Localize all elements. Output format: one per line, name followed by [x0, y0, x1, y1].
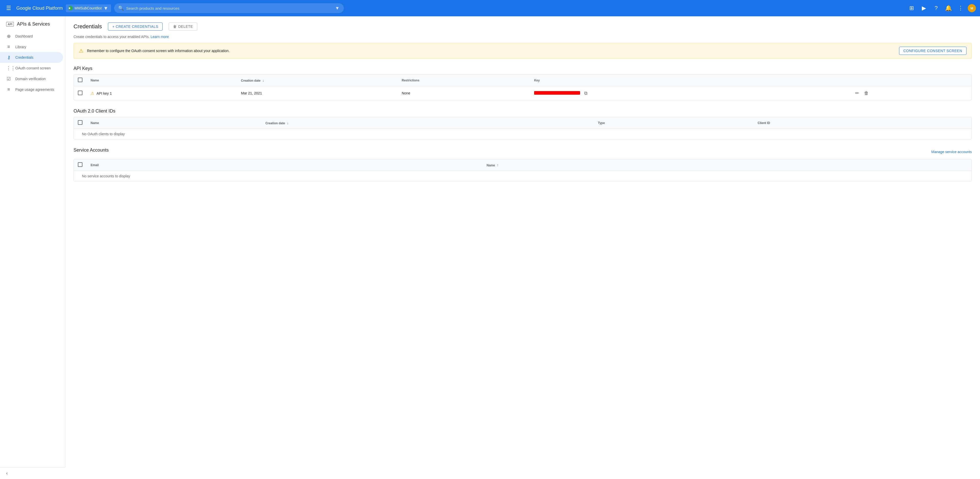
alert-text: Remember to configure the OAuth consent … — [87, 49, 230, 53]
sa-no-data-row: No service accounts to display — [74, 171, 972, 181]
api-keys-col-creation-date: Creation date ↓ — [237, 75, 398, 86]
oauth-header-row: Name Creation date ↓ Type Client ID — [74, 117, 972, 129]
api-keys-col-actions — [850, 75, 972, 86]
sidebar-header: API APIs & Services — [0, 18, 65, 30]
sidebar-item-oauth-label: OAuth consent screen — [15, 66, 51, 70]
service-accounts-header-row: Email Name ↑ — [74, 159, 972, 171]
sa-select-all-checkbox[interactable] — [78, 162, 83, 167]
api-key-1-checkbox[interactable] — [78, 91, 83, 95]
search-bar[interactable]: 🔍 ▼ — [114, 3, 344, 13]
logo-text: Google Cloud Platform — [16, 6, 63, 11]
oauth-col-type: Type — [594, 117, 754, 129]
api-key-1-key: ⧉ — [530, 86, 850, 100]
sidebar-item-oauth-consent[interactable]: ⋮⋮ OAuth consent screen — [0, 63, 63, 73]
layout: API APIs & Services ⊕ Dashboard ≡ Librar… — [0, 16, 980, 479]
project-name: MMSubCountBot — [75, 6, 102, 10]
delete-icon: 🗑 — [173, 24, 177, 29]
menu-icon[interactable]: ☰ — [4, 3, 13, 14]
sidebar-collapse-button[interactable]: ‹ — [0, 467, 65, 479]
creation-date-sort-icon[interactable]: ↓ — [262, 78, 264, 83]
dashboard-icon: ⊕ — [6, 33, 11, 39]
sa-no-data: No service accounts to display — [74, 171, 972, 181]
sidebar-item-credentials[interactable]: ⚷ Credentials — [0, 52, 63, 63]
api-key-1-date: Mar 21, 2021 — [237, 86, 398, 100]
oauth-date-sort-icon[interactable]: ↓ — [287, 121, 289, 125]
project-dropdown-icon: ▼ — [103, 5, 108, 11]
api-keys-header-row: Name Creation date ↓ Restrictions Key — [74, 75, 972, 86]
apps-icon[interactable]: ⊞ — [907, 3, 917, 13]
sa-name-sort-icon[interactable]: ↑ — [497, 163, 499, 167]
api-keys-header-checkbox — [74, 75, 86, 86]
oauth-select-all-checkbox[interactable] — [78, 120, 83, 125]
copy-key-icon[interactable]: ⧉ — [583, 89, 589, 97]
api-keys-col-key: Key — [530, 75, 850, 86]
sa-col-email: Email — [86, 159, 483, 171]
more-icon[interactable]: ⋮ — [956, 3, 966, 13]
create-credentials-label: + CREATE CREDENTIALS — [112, 24, 158, 29]
sidebar-item-dashboard-label: Dashboard — [15, 34, 33, 38]
oauth-section: OAuth 2.0 Client IDs Name Creation d — [73, 108, 972, 139]
search-input[interactable] — [126, 6, 332, 11]
delete-button[interactable]: 🗑 DELETE — [169, 22, 197, 30]
navbar: ☰ Google Cloud Platform ● MMSubCountBot … — [0, 0, 980, 16]
sidebar-item-domain-label: Domain verification — [15, 77, 46, 81]
api-keys-col-name: Name — [86, 75, 237, 86]
alert-warning-icon: ⚠ — [79, 48, 83, 54]
project-selector[interactable]: ● MMSubCountBot ▼ — [66, 4, 111, 12]
service-accounts-title: Service Accounts — [73, 148, 109, 153]
domain-icon: ☑ — [6, 76, 11, 82]
api-keys-title: API Keys — [73, 66, 972, 71]
sidebar-item-dashboard[interactable]: ⊕ Dashboard — [0, 31, 63, 41]
configure-consent-label: CONFIGURE CONSENT SCREEN — [904, 49, 962, 53]
api-key-1-actions: ✏ 🗑 — [850, 86, 972, 100]
notifications-icon[interactable]: 🔔 — [943, 3, 953, 13]
api-keys-select-all-checkbox[interactable] — [78, 78, 83, 82]
manage-service-accounts-link[interactable]: Manage service accounts — [931, 150, 972, 154]
info-text-content: Create credentials to access your enable… — [73, 35, 150, 39]
search-icon: 🔍 — [118, 5, 124, 11]
api-badge: API — [6, 22, 14, 27]
edit-key-icon[interactable]: ✏ — [854, 89, 860, 97]
delete-key-icon[interactable]: 🗑 — [863, 89, 870, 97]
page-title: Credentials — [73, 23, 102, 30]
service-accounts-table-container: Email Name ↑ No service accounts to disp… — [73, 159, 972, 181]
avatar[interactable]: M — [968, 4, 976, 12]
page-usage-icon: ≡ — [6, 87, 11, 92]
sa-col-name: Name ↑ — [483, 159, 972, 171]
sidebar-item-credentials-label: Credentials — [15, 56, 33, 59]
configure-consent-screen-button[interactable]: CONFIGURE CONSENT SCREEN — [899, 47, 966, 55]
collapse-icon: ‹ — [6, 471, 8, 476]
service-accounts-table: Email Name ↑ No service accounts to disp… — [74, 159, 972, 181]
oauth-no-data: No OAuth clients to display — [74, 129, 972, 139]
service-accounts-header: Service Accounts Manage service accounts — [73, 148, 972, 156]
sidebar-item-page-usage[interactable]: ≡ Page usage agreements — [0, 84, 63, 95]
api-keys-section: API Keys Name Creation date — [73, 66, 972, 100]
oauth-col-creation-date: Creation date ↓ — [261, 117, 594, 129]
search-dropdown-icon: ▼ — [335, 6, 340, 11]
oauth-header-checkbox — [74, 117, 86, 129]
oauth-icon: ⋮⋮ — [6, 65, 11, 71]
service-accounts-section: Service Accounts Manage service accounts… — [73, 148, 972, 181]
info-text: Create credentials to access your enable… — [73, 35, 972, 39]
sidebar-item-library[interactable]: ≡ Library — [0, 41, 63, 52]
sidebar-item-page-usage-label: Page usage agreements — [15, 88, 54, 92]
oauth-col-client-id: Client ID — [754, 117, 972, 129]
help-icon[interactable]: ? — [931, 3, 941, 13]
navbar-right: ⊞ ▶ ? 🔔 ⋮ M — [907, 3, 976, 13]
alert-left: ⚠ Remember to configure the OAuth consen… — [79, 48, 230, 54]
api-key-1-name: ⚠ API key 1 — [86, 86, 237, 100]
library-icon: ≡ — [6, 44, 11, 49]
create-credentials-button[interactable]: + CREATE CREDENTIALS — [108, 22, 162, 30]
page-header: Credentials + CREATE CREDENTIALS 🗑 DELET… — [73, 22, 972, 30]
api-keys-col-restrictions: Restrictions — [398, 75, 530, 86]
navbar-logo[interactable]: Google Cloud Platform — [16, 6, 63, 11]
api-keys-table-container: Name Creation date ↓ Restrictions Key — [73, 74, 972, 100]
credentials-icon: ⚷ — [6, 55, 11, 60]
api-keys-table: Name Creation date ↓ Restrictions Key — [74, 75, 972, 100]
oauth-table: Name Creation date ↓ Type Client ID — [74, 117, 972, 139]
oauth-col-name: Name — [86, 117, 261, 129]
sidebar-item-domain[interactable]: ☑ Domain verification — [0, 73, 63, 84]
learn-more-link[interactable]: Learn more — [151, 35, 169, 39]
sidebar-item-library-label: Library — [15, 45, 26, 49]
console-icon[interactable]: ▶ — [919, 3, 929, 13]
